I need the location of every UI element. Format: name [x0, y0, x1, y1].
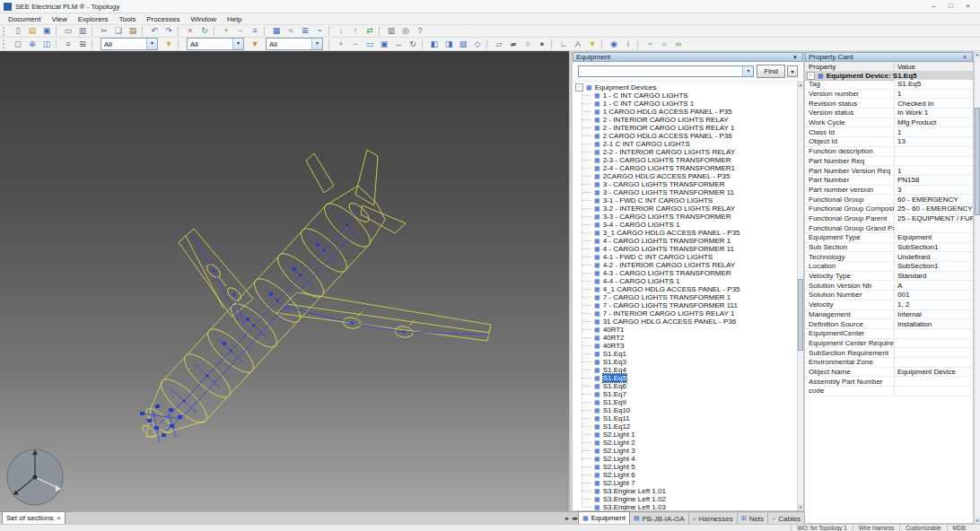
equipment-explorer-icon[interactable]: ▦ [269, 25, 284, 37]
find-button[interactable]: Find [757, 65, 785, 78]
menu-item[interactable]: Tools [113, 15, 141, 23]
property-row[interactable]: Part Number PN158 [805, 176, 973, 186]
front-view-icon[interactable]: ◧ [427, 39, 442, 50]
annotation-icon[interactable]: A [571, 39, 585, 50]
add-item-icon[interactable]: + [219, 25, 233, 37]
chevron-down-icon[interactable]: ▾ [791, 53, 800, 62]
menu-item[interactable]: Help [222, 15, 247, 23]
title-bar[interactable]: SEE Electrical PLM ® - Topology – □ × [0, 0, 980, 13]
zoom-out-icon[interactable]: − [348, 39, 363, 50]
chevron-down-icon[interactable]: ▾ [232, 39, 243, 49]
menu-item[interactable]: View [46, 15, 72, 23]
zoom-fit-icon[interactable]: ▭ [363, 39, 377, 50]
property-row[interactable]: Object Name Equipment Device [805, 368, 973, 378]
save-icon[interactable]: ▣ [39, 25, 54, 37]
column-header-property[interactable]: Property [805, 63, 895, 71]
tree-item[interactable]: ▦ 40RT2 [573, 334, 797, 342]
tree-item[interactable]: ▦ S3.Engine Left 1.03 [573, 503, 797, 510]
property-panel-scrollbar[interactable]: ▲ ▼ [974, 51, 980, 524]
property-row[interactable]: Functional Group Composition 25 - 60 - E… [805, 205, 973, 214]
explorer-tab[interactable]: ≈ Harnesses [689, 513, 738, 524]
tree-item[interactable]: ▦ S1.Eq10 [573, 406, 797, 414]
show-all-icon[interactable]: ● [535, 39, 549, 50]
property-row[interactable]: Tag S1.Eq5 [805, 80, 973, 90]
tree-item[interactable]: ▦ 40RT1 [573, 326, 797, 334]
tree-item[interactable]: ▦ S1.Eq1 [573, 350, 797, 358]
tree-item[interactable]: ▦ S1.Eq11 [573, 414, 797, 422]
scrollbar-thumb[interactable] [975, 108, 980, 215]
tree-item[interactable]: ▦ S1.Eq4 [573, 366, 797, 374]
tree-item[interactable]: ▦ 3-3 - CARGO LIGHTS TRANSFORMER [573, 213, 797, 221]
bundle-icon[interactable]: = [657, 39, 671, 50]
tree-item[interactable]: ▦ 2 - INTERIOR CARGO LIGHTS RELAY [573, 116, 797, 124]
tree-item[interactable]: ▦ 7 - CARGO LIGHTS TRANSFORMER 1 [573, 293, 797, 301]
close-icon[interactable]: × [57, 515, 60, 521]
tree-item[interactable]: ▦ S2.Light 7 [573, 479, 797, 487]
copy-icon[interactable]: ❏ [111, 25, 126, 37]
property-row[interactable]: Equipment Type Equipment [805, 233, 973, 243]
tree-item[interactable]: ▦ 4 - CARGO LIGHTS TRANSFORMER 1 [573, 237, 797, 245]
redo-icon[interactable]: ↷ [162, 25, 176, 37]
hide-item-icon[interactable]: ○ [521, 39, 535, 50]
route-harness-icon[interactable]: ~ [643, 39, 657, 50]
tree-item[interactable]: ▦ 7 - INTERIOR CARGO LIGHTS RELAY 1 [573, 309, 797, 318]
shaded-mode-icon[interactable]: ▰ [506, 39, 521, 50]
chevron-down-icon[interactable]: ▾ [742, 66, 753, 76]
tree-item[interactable]: ▦ S2.Light 6 [573, 471, 797, 479]
cable-explorer-icon[interactable]: ~ [312, 25, 327, 37]
tree-item[interactable]: ▦ 4-2 - INTERIOR CARGO LIGHTS RELAY [573, 261, 797, 269]
equipment-tree-scrollbar[interactable]: ▲ ▼ [797, 82, 803, 510]
net-filter-combo[interactable]: All ▾ [266, 38, 323, 50]
property-row[interactable]: Function description [805, 147, 973, 157]
tree-item[interactable]: ▦ 4_1 CARGO HDLG ACCESS PANEL - P35 [573, 285, 797, 293]
close-icon[interactable]: × [960, 53, 969, 62]
maximize-button[interactable]: □ [942, 0, 959, 13]
tree-item[interactable]: ▦ 2-4 - CARGO LIGHTS TRANSFORMER1 [573, 164, 797, 172]
property-row[interactable]: Assembly Part Number [805, 377, 973, 387]
toolbar-grip[interactable] [3, 27, 8, 36]
print-preview-icon[interactable]: ▥ [75, 25, 90, 37]
property-row[interactable]: Definition Source Installation [805, 319, 973, 329]
tree-item[interactable]: ▦ S3.Engine Left 1.01 [573, 487, 797, 495]
property-row[interactable]: Solution Version Nb A [805, 281, 973, 291]
property-row[interactable]: SubSection Requirement [805, 348, 973, 358]
tree-root-equipment-devices[interactable]: - ▦ Equipment Devices [573, 83, 797, 91]
tree-item[interactable]: ▦ 4 - CARGO LIGHTS TRANSFORMER 11 [573, 245, 797, 253]
info-icon[interactable]: i [621, 39, 635, 50]
report-icon[interactable]: ▥ [384, 25, 398, 37]
iso-view-icon[interactable]: ◇ [470, 39, 485, 50]
tree-item[interactable]: ▦ 1 - C INT CARGO LIGHTS 1 [573, 100, 797, 108]
collapse-icon[interactable]: - [807, 72, 815, 80]
chevron-down-icon[interactable]: ▾ [146, 39, 157, 49]
tree-item[interactable]: ▦ 7 - CARGO LIGHTS TRANSFORMER 111 [573, 301, 797, 309]
tree-item[interactable]: ▦ 4-3 - CARGO LIGHTS TRANSFORMER [573, 269, 797, 277]
synchronize-icon[interactable]: ⇄ [363, 25, 377, 37]
connector-icon[interactable]: ∞ [671, 39, 686, 50]
scroll-up-icon[interactable]: ▲ [975, 51, 980, 57]
property-row[interactable]: Part Number Req [805, 157, 973, 167]
tree-item[interactable]: ▦ S3.Engine Left 1.02 [573, 495, 797, 503]
chevron-down-icon[interactable]: ▾ [311, 39, 322, 49]
filter-equipment-icon[interactable]: ▼ [162, 39, 176, 50]
tree-item[interactable]: ▦ S1.Eq12 [573, 422, 797, 431]
search-model-icon[interactable]: ◉ [607, 39, 621, 50]
zoom-in-icon[interactable]: + [334, 39, 348, 50]
tree-item[interactable]: ▦ S1.Eq7 [573, 390, 797, 398]
column-header-value[interactable]: Value [895, 63, 973, 71]
viewport-3d[interactable] [0, 51, 569, 511]
tree-item[interactable]: ▦ 3-2 - INTERIOR CARGO LIGHTS RELAY [573, 205, 797, 213]
print-icon[interactable]: ▭ [61, 25, 75, 37]
tree-item[interactable]: ▦ S2.Light 5 [573, 463, 797, 471]
property-row[interactable]: Functional Group Parent 25 - EQUIPMENT /… [805, 214, 973, 224]
paste-icon[interactable]: ▤ [126, 25, 140, 37]
delete-icon[interactable]: × [183, 25, 197, 37]
wireframe-mode-icon[interactable]: ▱ [492, 39, 506, 50]
property-row[interactable]: Solution Number 001 [805, 291, 973, 300]
tree-item[interactable]: ▦ 3_1 CARGO HDLG ACCESS PANEL - P35 [573, 229, 797, 237]
tree-item[interactable]: ▦ S2.Light 1 [573, 431, 797, 439]
explorer-tab[interactable]: ~ Cables [768, 513, 805, 524]
menu-item[interactable]: Explorers [73, 15, 114, 23]
property-row[interactable]: Part Number Version Req 1 [805, 166, 973, 176]
check-in-icon[interactable]: ↓ [334, 25, 348, 37]
tree-item[interactable]: ▦ S1.Eq3 [573, 358, 797, 366]
